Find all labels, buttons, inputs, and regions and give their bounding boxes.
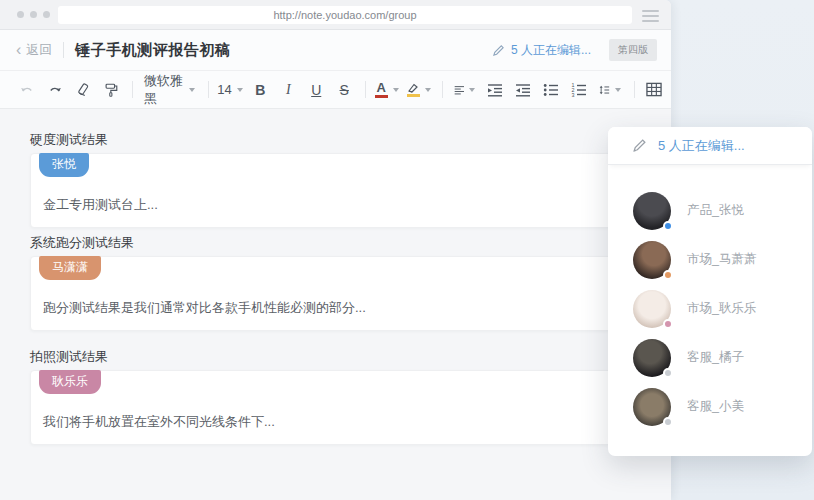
collaborators-panel-header: 5 人正在编辑... <box>608 127 812 165</box>
window-controls[interactable] <box>17 11 50 18</box>
font-family-select[interactable]: 微软雅黑 <box>141 78 198 102</box>
doc-section-card[interactable]: 耿乐乐 我们将手机放置在室外不同光线条件下... <box>30 370 640 445</box>
undo-button[interactable] <box>16 78 38 102</box>
line-spacing-button[interactable] <box>596 78 624 102</box>
underline-button[interactable]: U <box>305 78 327 102</box>
collaborator-row[interactable]: 市场_马萧萧 <box>633 235 812 284</box>
svg-text:3: 3 <box>572 91 575 96</box>
status-dot <box>663 417 673 427</box>
section-heading: 系统跑分测试结果 <box>30 234 134 252</box>
editing-status-text: 5 人正在编辑... <box>511 42 591 59</box>
avatar <box>633 339 671 377</box>
window-dot[interactable] <box>17 11 24 18</box>
page-title: 锤子手机测评报告初稿 <box>75 41 230 60</box>
collaborator-name: 市场_耿乐乐 <box>687 300 756 317</box>
doc-section-card[interactable]: 马潇潇 跑分测试结果是我们通常对比各款手机性能必测的部分... <box>30 256 640 331</box>
document-header: ‹ 返回 锤子手机测评报告初稿 5 人正在编辑... 第四版 <box>0 30 671 71</box>
browser-window: http://note.youdao.com/group ‹ 返回 锤子手机测评… <box>0 0 671 500</box>
section-text: 我们将手机放置在室外不同光线条件下... <box>43 413 275 431</box>
avatar <box>633 192 671 230</box>
collaborators-panel: 5 人正在编辑... 产品_张悦 市场_马萧萧 市场_耿乐乐 <box>608 127 812 456</box>
version-badge: 第四版 <box>609 39 657 61</box>
insert-table-button[interactable] <box>643 78 665 102</box>
align-button[interactable] <box>451 78 479 102</box>
pencil-icon <box>632 138 647 153</box>
author-tag: 张悦 <box>39 153 89 177</box>
browser-chrome: http://note.youdao.com/group <box>0 0 671 30</box>
highlighter-icon <box>406 83 420 93</box>
editing-status[interactable]: 5 人正在编辑... <box>492 42 591 59</box>
chevron-left-icon: ‹ <box>16 42 21 58</box>
collaborator-row[interactable]: 客服_橘子 <box>633 333 812 382</box>
avatar <box>633 290 671 328</box>
author-tag: 马潇潇 <box>39 256 101 280</box>
pencil-icon <box>492 44 505 57</box>
avatar <box>633 241 671 279</box>
back-label: 返回 <box>26 41 52 59</box>
bullet-list-button[interactable] <box>540 78 562 102</box>
section-heading: 拍照测试结果 <box>30 348 108 366</box>
collaborator-name: 产品_张悦 <box>687 202 744 219</box>
status-dot <box>663 270 673 280</box>
collaborator-row[interactable]: 客服_小美 <box>633 382 812 431</box>
highlight-color-button[interactable] <box>405 78 431 102</box>
font-size-select[interactable]: 14 <box>217 78 244 102</box>
collaborator-name: 客服_橘子 <box>687 349 744 366</box>
collaborator-name: 客服_小美 <box>687 398 744 415</box>
italic-button[interactable]: I <box>277 78 299 102</box>
status-dot <box>663 221 673 231</box>
section-text: 金工专用测试台上... <box>43 196 158 214</box>
formatting-toolbar: 微软雅黑 14 B I U S A <box>0 71 671 109</box>
window-dot[interactable] <box>30 11 37 18</box>
indent-increase-button[interactable] <box>484 78 506 102</box>
back-button[interactable]: ‹ 返回 <box>16 41 52 59</box>
divider <box>63 42 64 58</box>
collaborator-row[interactable]: 市场_耿乐乐 <box>633 284 812 333</box>
section-heading: 硬度测试结果 <box>30 131 108 149</box>
author-tag: 耿乐乐 <box>39 370 101 394</box>
collaborators-count-text: 5 人正在编辑... <box>658 137 745 155</box>
numbered-list-button[interactable]: 123 <box>568 78 590 102</box>
browser-menu-icon[interactable] <box>642 10 659 25</box>
bold-button[interactable]: B <box>249 78 271 102</box>
strikethrough-button[interactable]: S <box>333 78 355 102</box>
clear-format-eraser-icon[interactable] <box>72 78 94 102</box>
redo-button[interactable] <box>44 78 66 102</box>
section-text: 跑分测试结果是我们通常对比各款手机性能必测的部分... <box>43 299 366 317</box>
doc-section-card[interactable]: 张悦 金工专用测试台上... <box>30 153 640 228</box>
format-painter-icon[interactable] <box>100 78 122 102</box>
status-dot <box>663 368 673 378</box>
indent-decrease-button[interactable] <box>512 78 534 102</box>
document-editor[interactable]: 硬度测试结果 张悦 金工专用测试台上... 系统跑分测试结果 马潇潇 跑分测试结… <box>0 110 671 500</box>
address-bar[interactable]: http://note.youdao.com/group <box>58 6 632 24</box>
collaborators-list: 产品_张悦 市场_马萧萧 市场_耿乐乐 客服_橘子 <box>608 165 812 431</box>
avatar <box>633 388 671 426</box>
window-dot[interactable] <box>43 11 50 18</box>
font-color-button[interactable]: A <box>374 78 399 102</box>
collaborator-row[interactable]: 产品_张悦 <box>633 186 812 235</box>
collaborator-name: 市场_马萧萧 <box>687 251 756 268</box>
status-dot <box>663 319 673 329</box>
